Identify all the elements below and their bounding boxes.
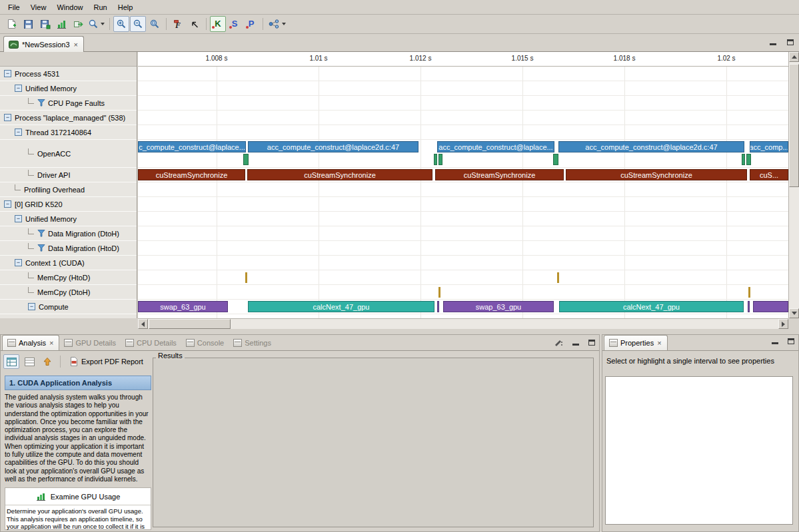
save-as-button[interactable] bbox=[37, 16, 53, 32]
minimize-icon[interactable] bbox=[772, 338, 778, 344]
tree-row-memcpy-dtoh-14[interactable]: MemCpy (DtoH) bbox=[0, 285, 137, 300]
guided-analysis-toggle[interactable] bbox=[3, 354, 19, 369]
tab-settings[interactable]: Settings bbox=[229, 335, 276, 350]
find-button[interactable] bbox=[87, 16, 106, 32]
interval-calcnext-47-gpu[interactable]: calcNext_47_gpu bbox=[248, 301, 434, 312]
interval-custreamsynchronize[interactable]: cuStreamSynchronize bbox=[566, 169, 747, 180]
timeline-row-process-4531-0[interactable] bbox=[138, 67, 788, 81]
tree-row-cpu-page-faults-2[interactable]: CPU Page Faults bbox=[0, 96, 137, 111]
examine-gpu-usage-button[interactable]: Examine GPU Usage bbox=[5, 488, 151, 505]
interval-swap[interactable] bbox=[748, 301, 750, 312]
menu-view[interactable]: View bbox=[25, 1, 52, 13]
horizontal-scroll-thumb[interactable] bbox=[149, 319, 231, 329]
timeline-row-memcpy-dtoh-14[interactable] bbox=[138, 285, 788, 300]
interval-wait[interactable] bbox=[243, 154, 249, 165]
scroll-left-button[interactable] bbox=[138, 319, 148, 329]
minimize-icon[interactable] bbox=[770, 39, 776, 45]
interval-swap[interactable] bbox=[437, 301, 439, 312]
collapse-expander-icon[interactable]: − bbox=[4, 200, 11, 208]
view-menu-icon[interactable] bbox=[554, 338, 563, 346]
run-analysis-button[interactable] bbox=[267, 16, 287, 32]
tree-row-process-laplace-managed-538-3[interactable]: −Process "laplace_managed" (538) bbox=[0, 111, 137, 125]
menu-run[interactable]: Run bbox=[89, 1, 113, 13]
timeline-row-memcpy-htod-13[interactable] bbox=[138, 270, 788, 285]
scroll-down-button[interactable] bbox=[789, 308, 799, 318]
collapse-expander-icon[interactable]: − bbox=[4, 114, 11, 121]
maximize-icon[interactable] bbox=[588, 340, 595, 346]
menu-help[interactable]: Help bbox=[113, 1, 139, 13]
tree-row-0-grid-k520-8[interactable]: −[0] GRID K520 bbox=[0, 197, 137, 212]
new-session-button[interactable] bbox=[3, 16, 19, 32]
tree-row-compute-15[interactable]: −Compute bbox=[0, 300, 137, 314]
interval-wait[interactable] bbox=[438, 154, 442, 165]
tree-row-memcpy-htod-13[interactable]: MemCpy (HtoD) bbox=[0, 270, 137, 285]
save-button[interactable] bbox=[20, 16, 36, 32]
tree-row-data-migration-dtoh-10[interactable]: Data Migration (DtoH) bbox=[0, 226, 137, 241]
unguided-analysis-toggle[interactable] bbox=[21, 354, 37, 369]
interval-wait[interactable] bbox=[742, 154, 745, 165]
close-icon[interactable]: × bbox=[656, 339, 662, 347]
interval-wait[interactable] bbox=[434, 154, 437, 165]
timeline-row-process-laplace-managed-538-3[interactable] bbox=[138, 111, 788, 125]
interval-cus[interactable]: cuS... bbox=[750, 169, 788, 180]
timeline-row-compute-15[interactable]: swap_63_gpucalcNext_47_gpuswap_63_gpucal… bbox=[138, 300, 788, 314]
tree-row-data-migration-htod-11[interactable]: Data Migration (HtoD) bbox=[0, 241, 137, 256]
flag-marker-button[interactable]: F bbox=[170, 16, 186, 32]
timeline-horizontal-scrollbar[interactable] bbox=[138, 318, 788, 329]
tree-row-process-4531-0[interactable]: −Process 4531 bbox=[0, 67, 137, 81]
collapse-expander-icon[interactable]: − bbox=[15, 85, 22, 92]
zoom-out-button[interactable] bbox=[130, 16, 146, 32]
tree-row-unified-memory-9[interactable]: −Unified Memory bbox=[0, 212, 137, 226]
report-button[interactable] bbox=[53, 16, 69, 32]
interval-swap-63-gpu[interactable]: swap_63_gpu bbox=[443, 301, 554, 312]
tree-row-thread-3172140864-4[interactable]: −Thread 3172140864 bbox=[0, 125, 137, 140]
interval-wait[interactable] bbox=[746, 154, 751, 165]
menu-file[interactable]: File bbox=[3, 1, 25, 13]
interval-memcpy[interactable] bbox=[557, 272, 559, 283]
interval-swap-63-gpu[interactable]: swap_63_gpu bbox=[138, 301, 228, 312]
tree-row-openacc-5[interactable]: OpenACC bbox=[0, 140, 137, 168]
interval-c-compute-construct-laplace[interactable]: c_compute_construct@laplace... bbox=[138, 141, 246, 152]
menu-window[interactable]: Window bbox=[51, 1, 88, 13]
timeline-row-openacc-5[interactable]: c_compute_construct@laplace...acc_comput… bbox=[138, 140, 788, 168]
timeline-row-0-grid-k520-8[interactable] bbox=[138, 197, 788, 212]
interval-calcnext-47-gpu[interactable]: calcNext_47_gpu bbox=[559, 301, 744, 312]
tree-row-unified-memory-1[interactable]: −Unified Memory bbox=[0, 81, 137, 96]
go-to-source-button[interactable] bbox=[187, 16, 203, 32]
vertical-scroll-thumb[interactable] bbox=[789, 64, 799, 187]
timeline-row-data-migration-dtoh-10[interactable] bbox=[138, 226, 788, 241]
tree-row-profiling-overhead-7[interactable]: Profiling Overhead bbox=[0, 182, 137, 197]
collapse-expander-icon[interactable]: − bbox=[15, 259, 22, 266]
collapse-expander-icon[interactable]: − bbox=[4, 70, 11, 77]
scroll-up-button[interactable] bbox=[789, 52, 799, 62]
timeline-row-context-1-cuda-12[interactable] bbox=[138, 256, 788, 270]
tab-properties[interactable]: Properties × bbox=[604, 335, 668, 350]
maximize-icon[interactable] bbox=[788, 338, 794, 344]
tab-gpu-details[interactable]: GPU Details bbox=[59, 335, 121, 350]
zoom-in-button[interactable] bbox=[113, 16, 129, 32]
export-button[interactable] bbox=[70, 16, 86, 32]
tab-analysis[interactable]: Analysis× bbox=[2, 335, 59, 350]
timeline-row-unified-memory-9[interactable] bbox=[138, 212, 788, 226]
tab-console[interactable]: Console bbox=[181, 335, 229, 350]
timeline-row-data-migration-htod-11[interactable] bbox=[138, 241, 788, 256]
interval-custreamsynchronize[interactable]: cuStreamSynchronize bbox=[138, 169, 245, 180]
interval-acc-compute-construct-laplace2d-c-47[interactable]: acc_compute_construct@laplace2d.c:47 bbox=[558, 141, 744, 152]
timeline-vertical-scrollbar[interactable] bbox=[788, 52, 799, 318]
timeline-row-unified-memory-1[interactable] bbox=[138, 81, 788, 96]
interval-acc-comp[interactable]: acc_comp... bbox=[750, 141, 788, 152]
tab-cpu-details[interactable]: CPU Details bbox=[121, 335, 181, 350]
promote-analysis-button[interactable] bbox=[39, 354, 55, 369]
interval-memcpy[interactable] bbox=[438, 287, 440, 298]
interval-memcpy[interactable] bbox=[245, 272, 247, 283]
collapse-expander-icon[interactable]: − bbox=[28, 303, 35, 310]
collapse-expander-icon[interactable]: − bbox=[15, 129, 22, 136]
close-tab-icon[interactable]: × bbox=[73, 41, 79, 49]
maximize-icon[interactable] bbox=[787, 39, 794, 45]
source-view-toggle[interactable]: S bbox=[227, 16, 243, 32]
tree-row-driver-api-6[interactable]: Driver API bbox=[0, 168, 137, 182]
timeline-row-cpu-page-faults-2[interactable] bbox=[138, 96, 788, 111]
pc-sampling-toggle[interactable]: P bbox=[243, 16, 259, 32]
interval-acc-compute-construct-laplace[interactable]: acc_compute_construct@laplace... bbox=[437, 141, 554, 152]
interval-swap[interactable] bbox=[753, 301, 788, 312]
